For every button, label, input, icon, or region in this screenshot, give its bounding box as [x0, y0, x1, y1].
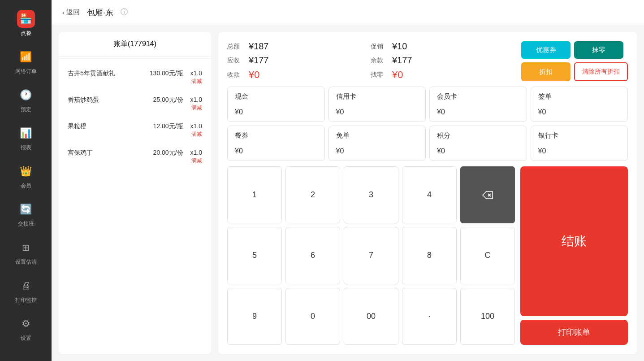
item-price-3: 20.00元/份	[153, 149, 183, 157]
clear-num-button[interactable]: C	[460, 227, 515, 284]
online-icon: 📶	[20, 51, 32, 63]
item-details-3: 20.00元/份 x1.0 满减	[153, 149, 202, 165]
report-icon: 📊	[20, 127, 32, 139]
sidebar-label-order: 点餐	[21, 30, 31, 37]
back-arrow-icon: ‹	[62, 9, 65, 16]
num-4[interactable]: 4	[402, 166, 457, 223]
delete-button[interactable]	[460, 166, 515, 223]
sidebar-label-report: 报表	[21, 144, 31, 152]
num-9[interactable]: 9	[227, 288, 282, 345]
estimate-icon: ⊞	[22, 242, 30, 253]
credit-value: ¥0	[336, 108, 419, 116]
total-row: 总额 ¥187	[227, 41, 371, 52]
payment-credit[interactable]: 信用卡 ¥0	[328, 87, 426, 122]
sidebar-item-order[interactable]: 🏪 点餐	[0, 4, 52, 43]
remaining-value: ¥177	[392, 55, 412, 65]
item-price-0: 130.00元/瓶	[150, 70, 183, 78]
sidebar-item-settings[interactable]: ⚙ 设置	[0, 309, 52, 348]
bill-item: 番茄炒鸡蛋 25.00元/份 x1.0 满减	[59, 91, 211, 117]
sidebar-label-estimate: 设置估清	[15, 258, 37, 266]
bill-item: 古井5年贡酒献礼 130.00元/瓶 x1.0 满减	[59, 64, 211, 91]
sidebar-label-reservation: 预定	[21, 106, 31, 113]
item-qty-1: x1.0	[190, 96, 202, 104]
voucher-label: 餐券	[235, 131, 317, 140]
remaining-row: 余款 ¥177	[371, 55, 514, 65]
payment-voucher[interactable]: 餐券 ¥0	[227, 126, 325, 161]
sidebar-item-estimate[interactable]: ⊞ 设置估清	[0, 233, 52, 271]
num-00[interactable]: 00	[344, 288, 398, 345]
credit-label: 信用卡	[336, 92, 419, 101]
page-title: 包厢·东	[87, 7, 113, 18]
num-7[interactable]: 7	[344, 227, 398, 284]
sidebar-item-more[interactable]: ··· 更多	[0, 348, 52, 361]
points-value: ¥0	[437, 147, 519, 155]
numpad-area: 1 2 3 4 5 6 7 8 C	[227, 166, 628, 345]
back-label: 返回	[66, 8, 80, 17]
item-tag-1: 满减	[191, 104, 202, 112]
sidebar-label-member: 会员	[21, 182, 31, 190]
numpad: 1 2 3 4 5 6 7 8 C	[227, 166, 515, 345]
num-dot[interactable]: ·	[402, 288, 457, 345]
total-label: 总额	[227, 43, 243, 51]
shift-icon: 🔄	[20, 204, 32, 215]
member-label: 会员卡	[437, 92, 519, 101]
sidebar-item-report[interactable]: 📊 报表	[0, 119, 52, 157]
bank-value: ¥0	[538, 147, 621, 155]
bill-panel: 账单(177914) 古井5年贡酒献礼 130.00元/瓶 x1.0 满减 番茄…	[59, 32, 211, 354]
sign-value: ¥0	[538, 108, 621, 116]
sidebar-item-print[interactable]: 🖨 打印监控	[0, 271, 52, 309]
num-2[interactable]: 2	[285, 166, 340, 223]
promo-value: ¥10	[392, 41, 407, 52]
sign-label: 签单	[538, 92, 621, 101]
clear-button[interactable]: 抹零	[574, 41, 623, 59]
num-5[interactable]: 5	[227, 227, 282, 284]
sidebar-label-settings: 设置	[21, 335, 31, 342]
member-icon: 👑	[20, 165, 32, 177]
settings-icon: ⚙	[22, 318, 30, 330]
num-1[interactable]: 1	[227, 166, 282, 223]
sidebar: 🏪 点餐 📶 网络订单 🕐 预定 📊 报表 👑 会员 🔄 交接班 ⊞	[0, 0, 52, 361]
sidebar-item-reservation[interactable]: 🕐 预定	[0, 81, 52, 119]
num-8[interactable]: 8	[402, 227, 457, 284]
bill-title: 账单(177914)	[59, 32, 211, 57]
clear-discount-button[interactable]: 清除所有折扣	[574, 62, 628, 81]
checkout-button[interactable]: 结账	[520, 166, 628, 316]
item-name-1: 番茄炒鸡蛋	[68, 96, 150, 104]
collected-label: 收款	[227, 71, 243, 79]
cash-value: ¥0	[235, 108, 317, 116]
payment-cash[interactable]: 现金 ¥0	[227, 87, 325, 122]
sidebar-item-shift[interactable]: 🔄 交接班	[0, 195, 52, 233]
sidebar-item-online[interactable]: 📶 网络订单	[0, 43, 52, 81]
main-content: ‹ 返回 包厢·东 ⓘ 账单(177914) 古井5年贡酒献礼 130.00元/…	[52, 0, 644, 361]
item-details-1: 25.00元/份 x1.0 满减	[153, 96, 202, 112]
change-value: ¥0	[392, 69, 403, 81]
payment-bank[interactable]: 银行卡 ¥0	[531, 126, 628, 161]
back-button[interactable]: ‹ 返回	[62, 8, 80, 17]
num-3[interactable]: 3	[344, 166, 398, 223]
payment-member[interactable]: 会员卡 ¥0	[429, 87, 527, 122]
content-area: 账单(177914) 古井5年贡酒献礼 130.00元/瓶 x1.0 满减 番茄…	[52, 25, 644, 361]
payment-points[interactable]: 积分 ¥0	[429, 126, 527, 161]
remaining-label: 余款	[371, 57, 387, 65]
payment-panel: 总额 ¥187 促销 ¥10 应收 ¥177 余款	[218, 32, 637, 354]
item-tag-3: 满减	[191, 157, 202, 165]
free-label: 免单	[336, 131, 419, 140]
payment-sign[interactable]: 签单 ¥0	[531, 87, 628, 122]
print-button[interactable]: 打印账单	[520, 320, 628, 345]
receivable-label: 应收	[227, 57, 243, 65]
payment-free[interactable]: 免单 ¥0	[328, 126, 426, 161]
num-0[interactable]: 0	[285, 288, 340, 345]
item-qty-3: x1.0	[190, 149, 202, 157]
num-100[interactable]: 100	[460, 288, 515, 345]
info-icon[interactable]: ⓘ	[121, 8, 128, 17]
sidebar-item-member[interactable]: 👑 会员	[0, 157, 52, 195]
coupon-button[interactable]: 优惠券	[521, 41, 571, 59]
discount-button[interactable]: 折扣	[521, 62, 571, 81]
checkout-area: 结账 打印账单	[520, 166, 628, 345]
num-6[interactable]: 6	[285, 227, 340, 284]
payment-methods: 现金 ¥0 信用卡 ¥0 会员卡 ¥0 签单 ¥0 餐券 ¥0	[227, 87, 628, 161]
promo-label: 促销	[371, 43, 387, 51]
change-label: 找零	[371, 71, 387, 79]
bank-label: 银行卡	[538, 131, 621, 140]
points-label: 积分	[437, 131, 519, 140]
